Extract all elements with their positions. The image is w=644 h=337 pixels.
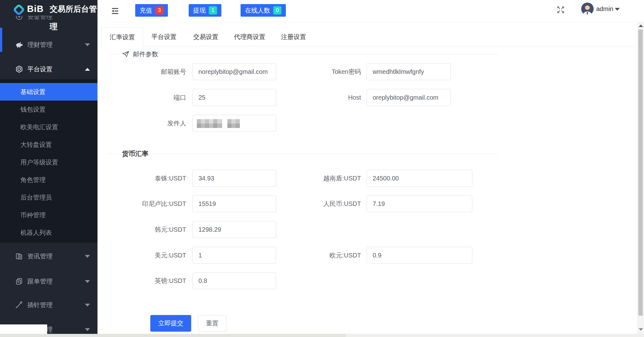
token-password-input[interactable] [367,63,451,80]
submenu-item-roles[interactable]: 角色管理 [0,171,97,189]
scroll-down-arrow-icon[interactable] [639,328,643,331]
divider-line [152,154,498,154]
sender-label: 发件人 [108,115,186,132]
online-users-label: 在线人数 [245,6,270,15]
app-window: 资金管理 理财管理 平台设置 [0,0,644,337]
email-account-label: 邮箱账号 [108,63,186,80]
mail-section-title: 邮件参数 [133,50,158,58]
port-input[interactable] [192,89,276,106]
divider-line [107,54,119,54]
currency-section-title: 货币汇率 [122,149,148,158]
submenu-item-admins[interactable]: 后台管理员 [0,189,97,206]
censored-pixelation [197,119,222,128]
idr-rate-label: 印尼卢比:USDT [108,195,186,212]
email-account-input[interactable] [192,63,276,80]
censor-box [0,324,47,334]
copy-docs-icon [15,277,23,285]
chevron-up-icon [85,68,90,71]
krw-rate-label: 韩元:USDT [108,221,186,238]
reset-button[interactable]: 重置 [198,315,226,332]
currency-section-divider: 货币汇率 [107,150,498,158]
gear-icon [15,65,23,73]
vnd-rate-label: 越南盾:USDT [282,170,361,187]
submenu-item-wheel-settings[interactable]: 大转盘设置 [0,136,97,153]
idr-rate-input[interactable] [192,195,276,212]
eur-rate-input[interactable] [367,247,472,264]
sidebar-item-news[interactable]: 资讯管理 [0,247,97,265]
submenu-item-wallet-settings[interactable]: 钱包设置 [0,101,97,118]
recharge-button[interactable]: 充值 3 [135,4,168,17]
krw-rate-input[interactable] [192,221,276,238]
submenu-item-wire-settings[interactable]: 欧美电汇设置 [0,118,97,136]
sidebar-item-label: 资讯管理 [27,252,53,261]
brand-logo-icon [13,3,25,17]
sidebar-fold-icon[interactable] [111,7,119,15]
token-password-label: Token密码 [282,63,361,80]
tab-platform[interactable]: 平台设置 [143,27,185,47]
thb-rate-input[interactable] [192,170,276,187]
header-divider [97,22,637,22]
chevron-down-icon [85,280,90,283]
online-users-button[interactable]: 在线人数 0 [241,4,286,17]
recharge-badge: 3 [155,6,164,14]
sender-input[interactable] [192,115,276,132]
needle-pin-icon [15,301,23,309]
sidebar-item-wealth[interactable]: 理财管理 [0,36,97,53]
host-input[interactable] [367,89,451,106]
withdraw-badge: 1 [209,6,217,14]
sidebar: 资金管理 理财管理 平台设置 [0,0,97,337]
chevron-down-icon [85,328,90,331]
app-title: 交易所后台管理 [50,0,97,18]
horizontal-scrollbar-thumb[interactable] [0,334,346,337]
gbp-rate-input[interactable] [192,272,276,289]
vertical-scrollbar-thumb[interactable] [638,30,643,316]
submit-button[interactable]: 立即提交 [150,315,191,332]
gbp-rate-label: 英镑:USDT [108,272,186,289]
sidebar-item-label: 跟单管理 [27,277,53,286]
tab-register[interactable]: 注册设置 [273,27,314,47]
eur-rate-label: 欧元:USDT [282,247,361,264]
username[interactable]: admin [596,0,613,18]
port-label: 端口 [108,89,186,106]
withdraw-button[interactable]: 提现 1 [189,4,221,17]
withdraw-label: 提现 [193,6,206,15]
tab-trade[interactable]: 交易设置 [185,27,227,47]
news-icon [15,252,23,260]
sidebar-item-pin[interactable]: 插针管理 [0,296,97,314]
recharge-label: 充值 [140,6,152,15]
sidebar-item-copy-trading[interactable]: 跟单管理 [0,273,97,290]
submenu-item-user-level[interactable]: 用户等级设置 [0,153,97,171]
brand-logo-text: BiB [27,0,44,18]
logo-bar: BiB 交易所后台管理 [0,0,97,16]
send-plane-icon [122,50,130,58]
sidebar-item-platform[interactable]: 平台设置 [0,60,97,78]
chevron-down-icon [85,255,90,258]
sidebar-item-label: 理财管理 [27,41,53,49]
usd-rate-input[interactable] [192,247,276,264]
fullscreen-icon[interactable] [556,5,565,14]
piggy-bank-icon [15,41,23,49]
user-menu-caret-icon[interactable] [615,8,620,11]
host-label: Host [282,89,361,106]
usd-rate-label: 美元:USDT [108,247,186,264]
vnd-rate-input[interactable] [367,170,472,187]
sidebar-scrollbar-thumb[interactable] [0,28,2,52]
avatar[interactable] [581,3,594,15]
submenu-item-basic-settings[interactable]: 基础设置 [0,83,97,101]
scroll-up-arrow-icon[interactable] [639,25,643,27]
tab-agent[interactable]: 代理商设置 [227,27,273,47]
censored-pixelation [227,119,240,128]
chevron-down-icon [85,304,90,307]
online-users-badge: 0 [273,6,281,14]
cny-rate-input[interactable] [367,195,472,212]
divider-line [107,154,119,154]
submenu-item-robots[interactable]: 机器人列表 [0,224,97,241]
divider-line [162,54,498,54]
horizontal-scrollbar-track[interactable] [0,334,644,337]
tab-exchange-rate[interactable]: 汇率设置 [102,27,143,47]
submenu-item-coins[interactable]: 币种管理 [0,206,97,224]
chevron-down-icon [85,43,90,46]
topbar: 充值 3 提现 1 在线人数 0 [97,0,644,22]
sidebar-item-label: 平台设置 [27,65,53,74]
cny-rate-label: 人民币:USDT [282,195,361,212]
